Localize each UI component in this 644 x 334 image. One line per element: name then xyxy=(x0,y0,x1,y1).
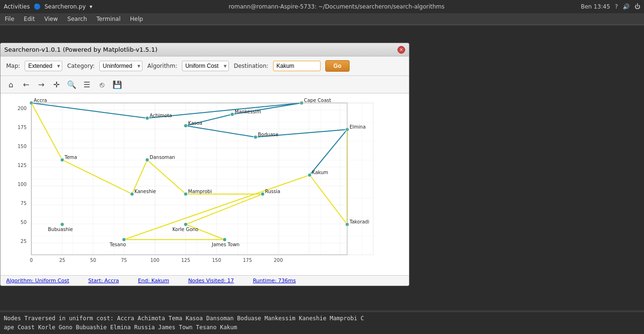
activities-label[interactable]: Activities xyxy=(4,3,30,10)
app-name[interactable]: Searcheron.py xyxy=(45,3,86,10)
svg-rect-17 xyxy=(31,103,373,255)
algorithm-label: Algorithm: xyxy=(147,63,177,69)
status-runtime[interactable]: Runtime: 736ms xyxy=(253,278,296,284)
svg-point-55 xyxy=(130,192,134,196)
svg-text:50: 50 xyxy=(20,220,27,225)
svg-text:125: 125 xyxy=(18,163,27,168)
svg-text:100: 100 xyxy=(150,258,159,263)
app-indicator: 🔵 xyxy=(34,3,41,10)
svg-text:150: 150 xyxy=(212,258,221,263)
svg-text:Bubuashie: Bubuashie xyxy=(48,227,73,232)
svg-point-45 xyxy=(184,124,188,128)
menu-edit[interactable]: Edit xyxy=(22,15,37,23)
svg-text:Mamprobi: Mamprobi xyxy=(188,189,212,194)
svg-text:75: 75 xyxy=(121,258,127,263)
zoom-button[interactable]: 🔍 xyxy=(65,78,78,91)
traversal-line1: Nodes Traversed in uniform cost: Accra A… xyxy=(4,314,640,323)
svg-point-63 xyxy=(184,223,188,226)
pan-button[interactable]: ✛ xyxy=(50,78,63,91)
svg-text:200: 200 xyxy=(18,106,27,111)
svg-point-59 xyxy=(184,192,188,196)
status-algorithm[interactable]: Algorithm: Uniform Cost xyxy=(6,278,69,284)
menu-help[interactable]: Help xyxy=(128,15,145,23)
svg-text:Kasoa: Kasoa xyxy=(188,121,202,126)
category-label: Category: xyxy=(67,63,95,69)
svg-text:200: 200 xyxy=(274,258,283,263)
home-button[interactable]: ⌂ xyxy=(4,78,18,91)
category-select[interactable]: Uninformed Informed xyxy=(99,61,142,71)
svg-text:Kaneshie: Kaneshie xyxy=(134,189,156,194)
svg-text:125: 125 xyxy=(181,258,190,263)
svg-point-53 xyxy=(60,158,64,162)
svg-text:Accra: Accra xyxy=(34,98,47,103)
svg-text:Dansoman: Dansoman xyxy=(150,155,175,160)
go-button[interactable]: Go xyxy=(325,60,350,72)
svg-text:Boduase: Boduase xyxy=(258,132,278,137)
status-start[interactable]: Start: Accra xyxy=(88,278,119,284)
svg-text:100: 100 xyxy=(18,182,27,187)
svg-text:Achimota: Achimota xyxy=(150,113,172,118)
window-close-button[interactable]: × xyxy=(398,46,405,54)
window-title: Searcheron-v1.0.1 (Powered by Matplotlib… xyxy=(4,46,158,53)
svg-text:50: 50 xyxy=(90,258,96,263)
svg-text:25: 25 xyxy=(20,239,27,244)
chart-svg: 200 175 150 125 100 75 50 25 0 25 50 75 … xyxy=(5,98,376,269)
status-nodes[interactable]: Nodes Visited: 17 xyxy=(188,278,234,284)
destination-input[interactable]: Kakum xyxy=(273,61,321,71)
svg-point-43 xyxy=(230,112,234,116)
svg-text:175: 175 xyxy=(18,125,27,130)
line-button[interactable]: ⎋ xyxy=(95,78,109,91)
svg-text:25: 25 xyxy=(59,258,66,263)
user-time: Ben 13:45 xyxy=(581,3,610,10)
svg-point-51 xyxy=(308,173,312,177)
window-path: romann@romann-Aspire-5733: ~/Documents/s… xyxy=(228,3,445,10)
adjust-button[interactable]: ☰ xyxy=(80,78,94,91)
svg-text:Tema: Tema xyxy=(64,155,77,160)
destination-label: Destination: xyxy=(234,63,268,69)
help-icon[interactable]: ? xyxy=(615,3,618,10)
svg-text:Cape Coast: Cape Coast xyxy=(304,98,331,103)
svg-point-61 xyxy=(261,192,265,196)
menu-view[interactable]: View xyxy=(42,15,59,23)
sound-icon[interactable]: 🔊 xyxy=(623,3,630,10)
svg-text:Kakum: Kakum xyxy=(312,170,328,175)
menu-terminal[interactable]: Terminal xyxy=(95,15,123,23)
svg-text:150: 150 xyxy=(18,144,27,149)
svg-text:Korle Gono: Korle Gono xyxy=(172,227,199,232)
back-button[interactable]: ← xyxy=(19,78,33,91)
svg-text:Takoradi: Takoradi xyxy=(349,219,369,224)
svg-text:Mankessim: Mankessim xyxy=(235,109,261,114)
svg-text:James Town: James Town xyxy=(211,242,239,247)
svg-point-67 xyxy=(223,238,227,241)
svg-point-57 xyxy=(145,158,149,162)
save-button[interactable]: 💾 xyxy=(111,78,124,91)
svg-text:Elmina: Elmina xyxy=(350,124,366,130)
svg-point-69 xyxy=(122,238,126,241)
map-select[interactable]: Extended Basic xyxy=(25,61,62,71)
status-end[interactable]: End: Kakum xyxy=(138,278,170,284)
traversal-line2: ape Coast Korle Gono Bubuashie Elmina Ru… xyxy=(4,323,640,332)
svg-point-47 xyxy=(254,135,257,139)
forward-button[interactable]: → xyxy=(35,78,48,91)
svg-text:Russia: Russia xyxy=(265,189,280,194)
menu-search[interactable]: Search xyxy=(66,15,89,23)
map-label: Map: xyxy=(6,63,20,69)
algorithm-select[interactable]: Uniform Cost BFS DFS xyxy=(182,61,229,71)
svg-text:0: 0 xyxy=(30,258,33,263)
svg-point-39 xyxy=(145,116,149,120)
power-icon[interactable]: ⏻ xyxy=(635,3,640,10)
svg-text:175: 175 xyxy=(243,258,252,263)
svg-point-65 xyxy=(60,223,64,226)
svg-text:Tesano: Tesano xyxy=(109,242,126,247)
menu-file[interactable]: File xyxy=(3,15,16,23)
svg-text:75: 75 xyxy=(20,201,27,206)
